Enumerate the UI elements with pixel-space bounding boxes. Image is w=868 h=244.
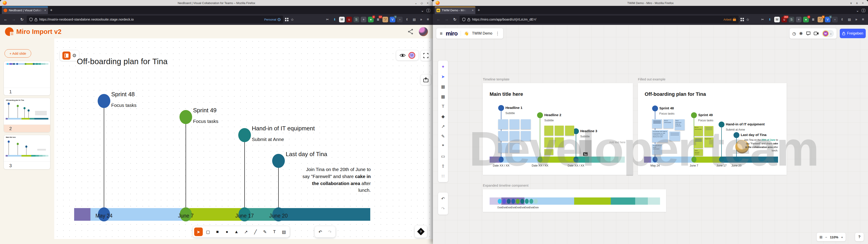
- text-tool[interactable]: T: [270, 227, 279, 236]
- columns-extension-icon[interactable]: ≣: [810, 17, 816, 22]
- privacy-extension-icon[interactable]: ●4: [803, 17, 809, 22]
- sticky-note[interactable]: [544, 149, 553, 155]
- timeline-dot[interactable]: [734, 157, 739, 162]
- url-text[interactable]: https://miro.com/app/board/uXjVLsUm_dE=/: [472, 18, 536, 21]
- text-tool-icon[interactable]: T: [439, 101, 447, 111]
- stylus-extension-icon[interactable]: S: [789, 17, 794, 22]
- list-tabs-chevron-icon[interactable]: ⌄: [421, 8, 424, 13]
- privacy-extension-icon[interactable]: ●2: [368, 17, 374, 22]
- firefox-view-icon[interactable]: [741, 18, 742, 19]
- pen-icon[interactable]: ✎: [439, 131, 447, 141]
- vue-devtools-icon[interactable]: V7: [390, 17, 395, 22]
- frame-title[interactable]: Main title here: [490, 91, 523, 97]
- sticky-note[interactable]: Coordinate with legal & e-commerce on ne…: [652, 130, 668, 142]
- columns-extension-icon[interactable]: ≣17: [375, 17, 381, 22]
- slide-1-card[interactable]: 1: [4, 61, 51, 96]
- screenshot-extension-icon[interactable]: ✂: [760, 17, 765, 22]
- sticky-note[interactable]: Scrum ceremonies: [663, 119, 673, 128]
- timeline-bar[interactable]: [644, 157, 778, 163]
- frame-filled-out-example[interactable]: Off-boarding plan for Tina Sprint 48 Foc…: [638, 83, 786, 175]
- timeline-dot[interactable]: [499, 157, 504, 162]
- shapes-icon[interactable]: ◆: [439, 111, 447, 121]
- timeline-dot[interactable]: [574, 157, 579, 162]
- sticky-note[interactable]: [509, 119, 520, 129]
- connector-icon[interactable]: ↗: [439, 121, 447, 131]
- undo-button[interactable]: ↶: [316, 227, 324, 236]
- frame-title[interactable]: Off-boarding plan for Tina: [645, 91, 706, 97]
- document-extension-icon[interactable]: ▤: [411, 17, 417, 22]
- dark-extension-icon[interactable]: ▫: [832, 17, 838, 22]
- image-placeholder[interactable]: [579, 140, 592, 158]
- sticky-note[interactable]: [544, 126, 553, 135]
- sticky-note[interactable]: [521, 131, 531, 141]
- minimize-button[interactable]: ∨: [848, 1, 854, 5]
- maximize-button[interactable]: ∧: [854, 1, 860, 5]
- back-button[interactable]: ←: [2, 17, 9, 22]
- ai-assist-icon[interactable]: ✦: [439, 62, 447, 72]
- sticky-note[interactable]: [555, 138, 564, 147]
- frame-icon[interactable]: ▭: [439, 151, 447, 161]
- reload-button[interactable]: ↻: [19, 17, 25, 22]
- bookmark-star-icon[interactable]: ☆: [289, 18, 295, 22]
- user-avatar[interactable]: [419, 27, 428, 36]
- milestone-dot[interactable]: [734, 132, 739, 138]
- url-bar[interactable]: https://miro.com/app/board/uXjVLsUm_dE=/…: [460, 16, 739, 23]
- back-button[interactable]: ←: [435, 17, 442, 22]
- sticky-note[interactable]: [498, 119, 508, 129]
- milestone-dot[interactable]: [537, 112, 543, 118]
- timeline-dot[interactable]: [537, 157, 542, 162]
- milestone-dot[interactable]: [498, 105, 504, 111]
- zoom-in-button[interactable]: +: [841, 235, 843, 239]
- download-extension-icon[interactable]: ⬇: [767, 17, 773, 22]
- new-tab-button[interactable]: +: [50, 8, 53, 13]
- milestone-dot[interactable]: [719, 122, 724, 127]
- help-button[interactable]: ?: [855, 233, 864, 241]
- select-tool[interactable]: ➤: [194, 227, 203, 236]
- frame-label[interactable]: Filled out example: [638, 77, 665, 81]
- stylus-extension-icon[interactable]: S: [353, 17, 359, 22]
- vue-devtools-icon[interactable]: V1: [825, 17, 831, 22]
- browser-tab-miro[interactable]: m TWIM Demo - Miro ×: [435, 6, 475, 14]
- ellipse-tool[interactable]: ●: [223, 227, 231, 236]
- timeline-dot[interactable]: [653, 157, 657, 162]
- firefox-view-icon[interactable]: [285, 18, 286, 19]
- farewell-note[interactable]: Join Tina on the 20th of June to say "Fa…: [298, 166, 371, 194]
- video-chat-icon[interactable]: [814, 32, 819, 35]
- maximize-button[interactable]: ◇: [419, 1, 425, 5]
- more-apps-icon[interactable]: ∷: [439, 171, 447, 181]
- slide-3-card[interactable]: Main title here 3: [4, 135, 51, 170]
- share-icon[interactable]: [407, 28, 414, 35]
- blocks-extension-icon[interactable]: +: [796, 17, 802, 22]
- sticky-note[interactable]: [704, 126, 713, 136]
- sticky-note[interactable]: Team ceremony wrap-up workshop: [675, 119, 685, 130]
- lock-icon[interactable]: [35, 18, 37, 21]
- milestone-dot[interactable]: [691, 112, 697, 118]
- select-tool[interactable]: ➤: [439, 72, 447, 82]
- share-button[interactable]: Freigeben: [840, 29, 866, 38]
- export-button[interactable]: [421, 74, 431, 85]
- milestone-dot[interactable]: [652, 105, 658, 111]
- sticky-note[interactable]: [694, 138, 703, 148]
- document-extension-icon[interactable]: ▤: [846, 17, 852, 22]
- miro-logo[interactable]: miro: [446, 30, 458, 37]
- whiteboard-canvas[interactable]: ⚙ Off-boarding plan for Tina Sprint 48 F…: [54, 38, 433, 239]
- slide-overview-button[interactable]: [62, 52, 70, 60]
- zoom-level[interactable]: 110%: [830, 235, 838, 239]
- comment-icon[interactable]: ❞: [439, 141, 447, 151]
- bookmark-star-icon[interactable]: ☆: [745, 18, 750, 22]
- screenshot-extension-icon[interactable]: ✂: [324, 17, 330, 22]
- frame-expanded-timeline[interactable]: Date Date Date Date Date: [483, 189, 666, 212]
- close-button[interactable]: ×: [860, 1, 866, 5]
- forward-button[interactable]: →: [443, 17, 450, 22]
- tab-counter-icon[interactable]: 1: [862, 9, 865, 12]
- redo-button[interactable]: ↷: [439, 204, 447, 214]
- celebrate-icon[interactable]: ❋: [799, 31, 803, 36]
- sticky-note[interactable]: [498, 131, 508, 141]
- tampermonkey-icon[interactable]: ツ: [382, 17, 388, 22]
- shield-icon[interactable]: [462, 18, 465, 21]
- upload-icon[interactable]: ⇧: [439, 161, 447, 171]
- sticky-note[interactable]: [565, 126, 574, 135]
- blocks-extension-icon[interactable]: +: [361, 17, 366, 22]
- ublock-shield-icon[interactable]: u: [346, 17, 352, 22]
- sticky-note[interactable]: [669, 131, 680, 141]
